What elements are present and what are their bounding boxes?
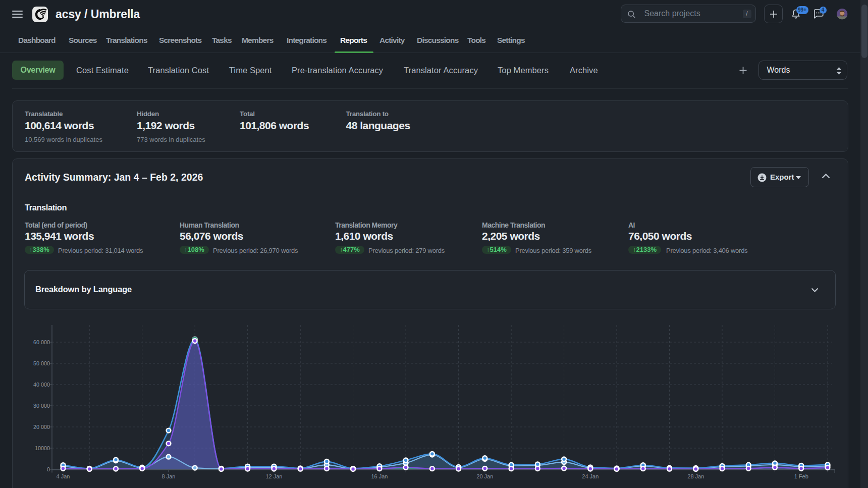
svg-text:60 000: 60 000 — [33, 339, 50, 345]
svg-text:10000: 10000 — [35, 445, 50, 451]
svg-text:40 000: 40 000 — [33, 382, 50, 388]
svg-text:20 000: 20 000 — [33, 424, 50, 430]
svg-text:28 Jan: 28 Jan — [687, 473, 704, 479]
svg-text:30 000: 30 000 — [33, 403, 50, 409]
svg-text:12 Jan: 12 Jan — [265, 473, 282, 479]
svg-text:4 Jan: 4 Jan — [57, 473, 70, 479]
svg-text:8 Jan: 8 Jan — [162, 473, 176, 479]
svg-text:24 Jan: 24 Jan — [582, 473, 599, 479]
svg-text:16 Jan: 16 Jan — [371, 473, 388, 479]
svg-text:50 000: 50 000 — [33, 360, 50, 366]
svg-text:0: 0 — [47, 466, 50, 472]
svg-text:1 Feb: 1 Feb — [794, 473, 808, 479]
svg-text:20 Jan: 20 Jan — [476, 473, 493, 479]
